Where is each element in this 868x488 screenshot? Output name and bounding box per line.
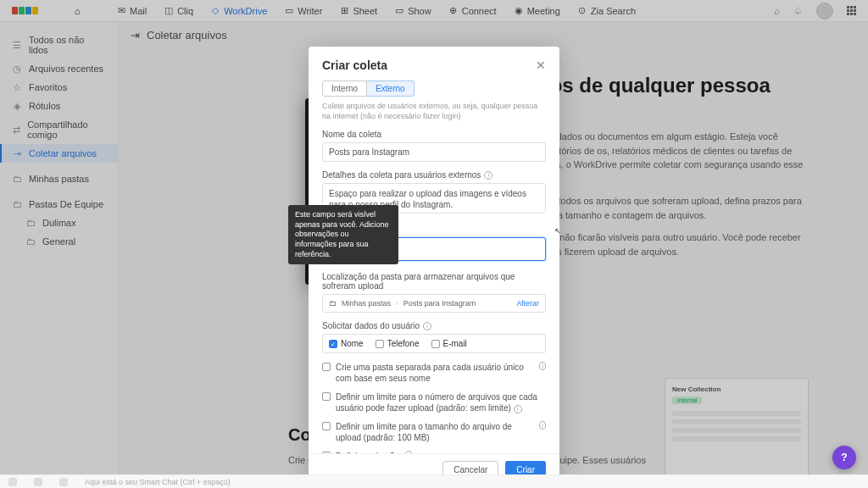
checkbox-phone[interactable] xyxy=(376,340,384,348)
cursor-icon: ↖ xyxy=(554,226,559,236)
checkbox-file-limit[interactable] xyxy=(322,392,331,401)
chat-1-icon[interactable] xyxy=(8,478,17,486)
chevron-right-icon: › xyxy=(396,300,398,308)
request-data-options: Nome Telefone E-mail xyxy=(322,334,546,353)
chat-2-icon[interactable] xyxy=(34,478,42,486)
breadcrumb-root: Minhas pastas xyxy=(342,299,391,308)
label-request-data: Solicitar dados do usuárioi xyxy=(322,321,546,330)
info-icon[interactable]: i xyxy=(423,322,431,330)
modal-title: Criar coleta xyxy=(322,58,387,72)
help-fab[interactable]: ? xyxy=(832,446,856,469)
smartchat-hint: Aqui está o seu Smart Chat (Ctrl + espaç… xyxy=(85,478,231,486)
collection-type-tabs: Interno Externo xyxy=(322,80,546,97)
close-icon[interactable]: ✕ xyxy=(536,58,546,72)
tab-internal[interactable]: Interno xyxy=(322,80,367,97)
label-location: Localização da pasta para armazenar arqu… xyxy=(322,272,546,291)
folder-icon: 🗀 xyxy=(329,299,337,308)
checkbox-name[interactable] xyxy=(329,340,337,348)
info-icon[interactable]: i xyxy=(404,451,413,453)
opt-label: Definir um limite para o tamanho do arqu… xyxy=(336,421,534,443)
info-icon[interactable]: i xyxy=(539,362,546,370)
chat-3-icon[interactable] xyxy=(59,478,68,486)
tab-external[interactable]: Externo xyxy=(367,80,414,97)
info-icon[interactable]: i xyxy=(514,405,522,413)
breadcrumb-folder: Posts para Instagram xyxy=(403,299,476,308)
tab-helper-text: Colete arquivos de usuários externos, ou… xyxy=(322,102,546,121)
checkbox-size-limit[interactable] xyxy=(322,422,331,430)
checkbox-separate-folder[interactable] xyxy=(322,363,331,371)
info-icon[interactable]: i xyxy=(539,421,546,430)
location-picker[interactable]: 🗀 Minhas pastas › Posts para Instagram A… xyxy=(322,294,546,313)
info-icon[interactable]: i xyxy=(484,171,492,180)
opt-label: Definir um limite para o número de arqui… xyxy=(336,391,546,413)
checkbox-expiry[interactable] xyxy=(322,452,331,453)
opt-label: Crie uma pasta separada para cada usuári… xyxy=(336,362,534,384)
checkbox-email[interactable] xyxy=(431,340,440,348)
label-details: Detalhes da coleta para usuários externo… xyxy=(322,170,546,180)
label-collection-name: Nome da coleta xyxy=(322,130,546,139)
notes-tooltip: Este campo será visível apenas para você… xyxy=(288,205,398,264)
bottom-bar: Aqui está o seu Smart Chat (Ctrl + espaç… xyxy=(0,474,868,488)
change-location-link[interactable]: Alterar xyxy=(516,299,539,308)
collection-name-input[interactable] xyxy=(322,142,546,162)
create-collection-modal: Criar coleta ✕ Interno Externo Colete ar… xyxy=(309,47,559,488)
opt-label: Definir expiração xyxy=(336,451,399,453)
